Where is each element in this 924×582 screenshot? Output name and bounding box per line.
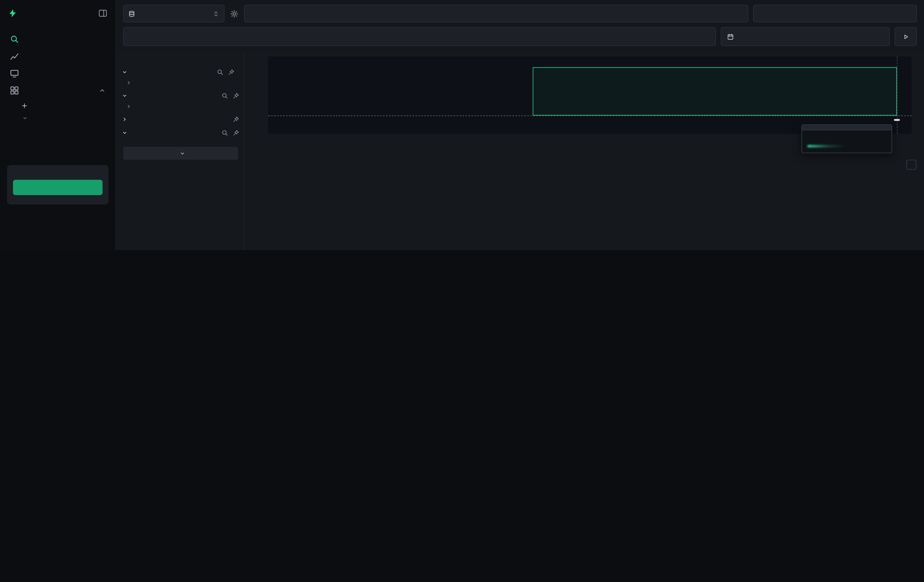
- filters-panel: [116, 51, 245, 250]
- chevron-up-icon: [99, 87, 106, 94]
- mode-divider: [706, 32, 710, 41]
- search-bar: [123, 27, 716, 46]
- next-page-button[interactable]: [906, 160, 916, 170]
- pin-icon[interactable]: [233, 130, 239, 136]
- main-column: [116, 0, 924, 250]
- topbar-row-search: [123, 27, 917, 46]
- sidebar-item-chart-explorer[interactable]: [6, 48, 110, 65]
- pin-icon[interactable]: [233, 92, 239, 99]
- topbar: [116, 0, 924, 51]
- pin-icon[interactable]: [233, 116, 239, 123]
- cursor-line: [897, 57, 898, 134]
- timeline-yaxis: [245, 51, 266, 140]
- chart-icon: [10, 52, 19, 61]
- presets-toggle[interactable]: [6, 113, 110, 124]
- chevron-right-icon: [126, 80, 131, 86]
- get-started-button[interactable]: [13, 180, 102, 195]
- tooltip-header: [802, 125, 892, 130]
- search-icon[interactable]: [222, 130, 228, 136]
- tooltip-count: [807, 140, 887, 147]
- load-more-button[interactable]: [122, 77, 239, 88]
- sidebar-item-client-sessions[interactable]: [6, 65, 110, 82]
- search-icon: [10, 35, 19, 43]
- charts-area: [245, 51, 924, 250]
- source-select[interactable]: [123, 5, 225, 23]
- more-filters-button[interactable]: [123, 147, 238, 160]
- logo-row: [0, 0, 116, 26]
- plus-icon: [21, 102, 28, 109]
- filter-group-statuscode[interactable]: [122, 125, 239, 138]
- hyperdx-bolt-icon: [8, 9, 17, 18]
- sidebar-collapse-button[interactable]: [98, 9, 107, 18]
- sidebar: [0, 0, 116, 250]
- threshold-line: [268, 115, 912, 116]
- gear-icon: [230, 9, 239, 18]
- timeline-chart: [245, 51, 924, 176]
- run-query-button[interactable]: [895, 27, 917, 46]
- filter-group-servicename[interactable]: [122, 64, 239, 78]
- chevron-down-icon: [122, 93, 127, 99]
- search-icon[interactable]: [217, 69, 223, 76]
- select-chevrons-icon: [213, 10, 219, 17]
- sidebar-item-dashboards[interactable]: [6, 82, 110, 99]
- selection-handle[interactable]: [894, 119, 900, 121]
- clickhouse-cloud-promo: [7, 165, 109, 204]
- play-icon: [903, 33, 909, 40]
- database-icon: [129, 10, 135, 17]
- preset-clickhouse[interactable]: [6, 124, 110, 130]
- monitor-icon: [10, 69, 19, 78]
- panel-collapse-icon: [98, 9, 107, 18]
- create-dashboard-button[interactable]: [6, 99, 110, 113]
- search-icon[interactable]: [222, 92, 228, 99]
- order-by-input[interactable]: [753, 5, 917, 23]
- sidebar-nav: [0, 26, 116, 142]
- sidebar-item-search[interactable]: [6, 31, 110, 48]
- sql-query-input[interactable]: [244, 5, 748, 23]
- show-more-button[interactable]: [122, 101, 239, 112]
- time-range-picker[interactable]: [721, 27, 889, 46]
- chevron-down-icon: [23, 115, 28, 121]
- selection-rectangle[interactable]: [533, 67, 897, 115]
- chevron-right-icon: [122, 117, 127, 122]
- preset-kubernetes[interactable]: [6, 136, 110, 142]
- search-input[interactable]: [130, 32, 701, 41]
- timeline-pager: [902, 160, 916, 170]
- dashboards-grid-icon: [10, 86, 19, 95]
- source-settings-button[interactable]: [229, 9, 239, 18]
- content: [116, 51, 924, 250]
- chevron-down-icon: [180, 150, 185, 156]
- chevron-down-icon: [122, 130, 127, 136]
- pin-icon[interactable]: [228, 69, 234, 76]
- calendar-icon: [727, 33, 734, 40]
- topbar-row-query: [123, 5, 917, 23]
- app-root: [0, 0, 924, 250]
- timeline-plot[interactable]: [268, 57, 912, 134]
- filter-group-spanname[interactable]: [122, 88, 239, 101]
- query-language-toggle[interactable]: [706, 32, 710, 41]
- chart-tooltip: [802, 124, 893, 153]
- chevron-right-icon: [126, 104, 131, 109]
- chevron-down-icon: [122, 69, 127, 75]
- preset-services[interactable]: [6, 130, 110, 135]
- filter-group-spankind[interactable]: [122, 111, 239, 125]
- timeline-heatmap-canvas[interactable]: [268, 57, 445, 134]
